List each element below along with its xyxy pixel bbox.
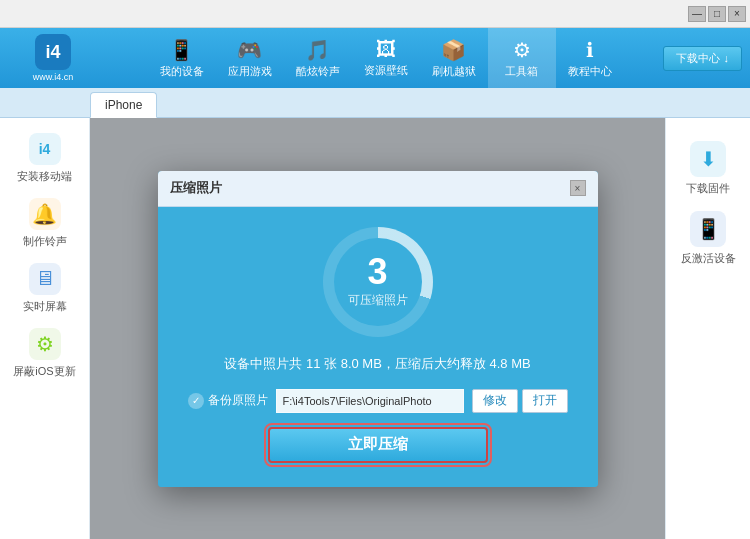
counter-number: 3	[367, 254, 387, 290]
nav-label-tutorial: 教程中心	[568, 64, 612, 79]
nav-item-tutorial[interactable]: ℹ 教程中心	[556, 28, 624, 88]
tutorial-icon: ℹ	[586, 38, 594, 62]
main-area: i4 安装移动端 🔔 制作铃声 🖥 实时屏幕 ⚙ 屏蔽iOS更新	[0, 118, 750, 539]
nav-item-my-device[interactable]: 📱 我的设备	[148, 28, 216, 88]
update-icon: ⚙	[29, 328, 61, 360]
compress-photos-modal: 压缩照片 × 3 可压缩照片 设备中照片共 11 张 8.0 MB，压缩后大约释…	[158, 171, 598, 487]
device-icon: 📱	[169, 38, 194, 62]
install-icon: i4	[29, 133, 61, 165]
screen-icon: 🖥	[29, 263, 61, 295]
sidebar-item-ringtone[interactable]: 🔔 制作铃声	[6, 193, 84, 253]
apps-icon: 🎮	[237, 38, 262, 62]
sidebar-label-update: 屏蔽iOS更新	[13, 364, 75, 379]
sidebar-item-install[interactable]: i4 安装移动端	[6, 128, 84, 188]
modal-path-row: ✓ 备份原照片 修改 打开	[188, 389, 568, 413]
download-fw-icon: ⬇	[690, 141, 726, 177]
path-buttons: 修改 打开	[472, 389, 568, 413]
nav-item-apps[interactable]: 🎮 应用游戏	[216, 28, 284, 88]
nav-item-ringtone[interactable]: 🎵 酷炫铃声	[284, 28, 352, 88]
nav-label-jailbreak: 刷机越狱	[432, 64, 476, 79]
ringtone-sidebar-icon: 🔔	[29, 198, 61, 230]
nav-label-wallpaper: 资源壁纸	[364, 63, 408, 78]
sidebar: i4 安装移动端 🔔 制作铃声 🖥 实时屏幕 ⚙ 屏蔽iOS更新	[0, 118, 90, 539]
modify-button[interactable]: 修改	[472, 389, 518, 413]
maximize-button[interactable]: □	[708, 6, 726, 22]
nav-label-ringtone: 酷炫铃声	[296, 64, 340, 79]
right-item-download-fw[interactable]: ⬇ 下载固件	[673, 138, 743, 198]
checkmark-icon: ✓	[188, 393, 204, 409]
nav-item-tools[interactable]: ⚙ 工具箱	[488, 28, 556, 88]
ringtone-icon: 🎵	[305, 38, 330, 62]
sidebar-item-update[interactable]: ⚙ 屏蔽iOS更新	[6, 323, 84, 383]
nav-item-jailbreak[interactable]: 📦 刷机越狱	[420, 28, 488, 88]
circle-progress: 3 可压缩照片	[323, 227, 433, 337]
title-bar: — □ ×	[0, 0, 750, 28]
sidebar-label-ringtone: 制作铃声	[23, 234, 67, 249]
compress-action-button[interactable]: 立即压缩	[268, 427, 488, 463]
right-item-deactivate[interactable]: 📱 反激活设备	[673, 208, 743, 268]
nav-items: 📱 我的设备 🎮 应用游戏 🎵 酷炫铃声 🖼 资源壁纸 📦 刷机越狱 ⚙ 工具箱…	[108, 28, 663, 88]
deactivate-icon: 📱	[690, 211, 726, 247]
tools-icon: ⚙	[513, 38, 531, 62]
modal-close-button[interactable]: ×	[570, 180, 586, 196]
circle-inner: 3 可压缩照片	[334, 238, 422, 326]
wallpaper-icon: 🖼	[376, 38, 396, 61]
modal-info-text: 设备中照片共 11 张 8.0 MB，压缩后大约释放 4.8 MB	[224, 355, 530, 373]
modal-body: 3 可压缩照片 设备中照片共 11 张 8.0 MB，压缩后大约释放 4.8 M…	[158, 207, 598, 487]
window-controls: — □ ×	[688, 6, 746, 22]
nav-label-apps: 应用游戏	[228, 64, 272, 79]
logo-icon: i4	[35, 34, 71, 70]
content-area: 压缩照片 × 3 可压缩照片 设备中照片共 11 张 8.0 MB，压缩后大约释…	[90, 118, 665, 539]
sidebar-item-screen[interactable]: 🖥 实时屏幕	[6, 258, 84, 318]
open-button[interactable]: 打开	[522, 389, 568, 413]
iphone-tab[interactable]: iPhone	[90, 92, 157, 118]
nav-label-tools: 工具箱	[505, 64, 538, 79]
path-input[interactable]	[276, 389, 464, 413]
sidebar-label-install: 安装移动端	[17, 169, 72, 184]
modal-overlay: 压缩照片 × 3 可压缩照片 设备中照片共 11 张 8.0 MB，压缩后大约释…	[90, 118, 665, 539]
minimize-button[interactable]: —	[688, 6, 706, 22]
logo-text: www.i4.cn	[33, 72, 74, 82]
modal-title: 压缩照片	[170, 179, 222, 197]
download-center-button[interactable]: 下载中心 ↓	[663, 46, 742, 71]
counter-label: 可压缩照片	[348, 292, 408, 309]
path-label: ✓ 备份原照片	[188, 392, 268, 409]
modal-header: 压缩照片 ×	[158, 171, 598, 207]
logo-area: i4 www.i4.cn	[8, 34, 98, 82]
right-label-deactivate: 反激活设备	[681, 251, 736, 266]
nav-label-my-device: 我的设备	[160, 64, 204, 79]
nav-item-wallpaper[interactable]: 🖼 资源壁纸	[352, 28, 420, 88]
right-label-download-fw: 下载固件	[686, 181, 730, 196]
nav-right: 下载中心 ↓	[663, 46, 742, 71]
jailbreak-icon: 📦	[441, 38, 466, 62]
close-button[interactable]: ×	[728, 6, 746, 22]
top-nav: i4 www.i4.cn 📱 我的设备 🎮 应用游戏 🎵 酷炫铃声 🖼 资源壁纸…	[0, 28, 750, 88]
sidebar-label-screen: 实时屏幕	[23, 299, 67, 314]
right-panel: ⬇ 下载固件 📱 反激活设备	[665, 118, 750, 539]
tab-bar: iPhone	[0, 88, 750, 118]
